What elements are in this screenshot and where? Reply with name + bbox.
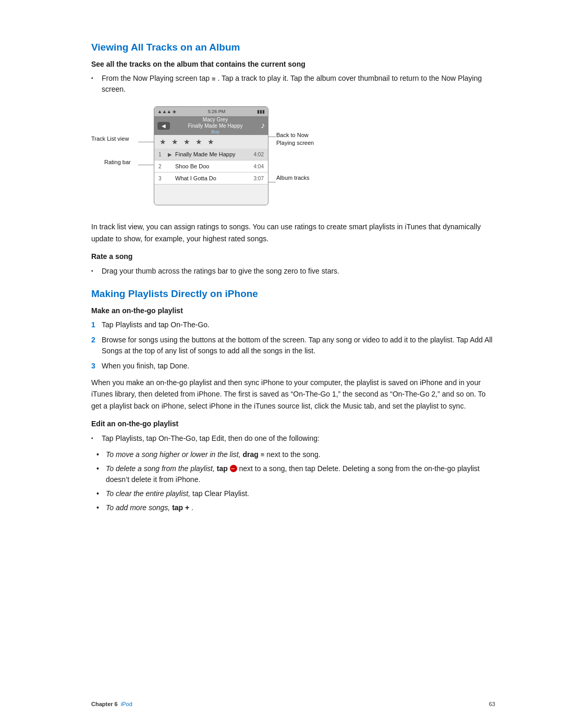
track-time-1: 4:02 (254, 152, 264, 157)
iphone-header: ◀ Macy Grey Finally Made Me Happy Buy ♪ (154, 116, 268, 135)
body-paragraph-2: When you make an on-the-go playlist and … (91, 377, 495, 412)
track-num-1: 1 (158, 152, 168, 157)
edit-nested-list: To move a song higher or lower in the li… (96, 449, 495, 514)
now-playing-icon: ♪ (261, 121, 265, 130)
track-name-2: Shoo Be Doo (175, 163, 254, 169)
edit-sub-1: To move a song higher or lower in the li… (96, 449, 495, 460)
add-songs-icon: + (185, 502, 189, 513)
step-3: 3 When you finish, tap Done. (91, 361, 495, 372)
edit-sub4-italic: To add more songs, (106, 503, 170, 512)
section1-subheading: See all the tracks on the album that con… (91, 58, 495, 70)
track-num-3: 3 (158, 176, 168, 181)
edit-sub3-italic: To clear the entire playlist, (106, 489, 190, 498)
chevron-left-icon: ◀ (162, 123, 166, 129)
edit-sub3-end: tap Clear Playlist. (192, 489, 249, 498)
make-heading: Make an on-the-go playlist (91, 305, 495, 316)
page-number: 63 (489, 701, 495, 707)
diagram-section: Track List view Rating bar ▲▲▲ ◈ 5:26 PM… (91, 106, 495, 211)
iphone-status-bar: ▲▲▲ ◈ 5:26 PM ▮▮▮ (154, 107, 268, 116)
step-num-2: 2 (91, 335, 95, 346)
callout-rating: Rating bar (104, 158, 131, 166)
step-1: 1 Tap Playlists and tap On-The-Go. (91, 319, 495, 330)
steps-list: 1 Tap Playlists and tap On-The-Go. 2 Bro… (91, 319, 495, 372)
edit-sub-3: To clear the entire playlist, tap Clear … (96, 488, 495, 499)
track-time-2: 4:04 (254, 164, 264, 169)
edit-sub2-italic: To delete a song from the playlist, (106, 464, 215, 473)
page-footer: Chapter 6 iPod 63 (0, 701, 563, 707)
edit-sub1-italic: To move a song higher or lower in the li… (106, 450, 241, 459)
chapter-text: Chapter 6 (91, 701, 118, 707)
step-num-3: 3 (91, 361, 95, 372)
signal-icon: ▲▲▲ ◈ (157, 109, 176, 114)
section1-title: Viewing All Tracks on an Album (91, 42, 495, 53)
track-num-2: 2 (158, 164, 168, 169)
rate-heading: Rate a song (91, 251, 495, 262)
rating-bar: ★ ★ ★ ★ ★ (154, 135, 268, 149)
edit-bullet-list: Tap Playlists, tap On-The-Go, tap Edit, … (91, 433, 495, 444)
callout-tracklist: Track List view (91, 135, 129, 142)
album-name: Finally Made Me Happy (188, 123, 242, 129)
body-paragraph-1: In track list view, you can assign ratin… (91, 221, 495, 244)
edit-sub2-bold: tap (217, 464, 228, 473)
battery-icon: ▮▮▮ (257, 109, 265, 114)
edit-bullet: Tap Playlists, tap On-The-Go, tap Edit, … (91, 433, 495, 444)
edit-heading: Edit an on-the-go playlist (91, 418, 495, 429)
iphone-screen-mockup: ▲▲▲ ◈ 5:26 PM ▮▮▮ ◀ Macy Grey Finally Ma… (154, 106, 268, 205)
edit-sub4-end: . (191, 503, 193, 512)
edit-sub1-end: next to the song. (266, 450, 321, 459)
callout-back: Back to NowPlaying screen (276, 131, 344, 146)
back-button: ◀ (157, 122, 170, 130)
chapter-label: Chapter 6 iPod (91, 701, 132, 707)
track-row-2: 2 Shoo Be Doo 4:04 (154, 161, 268, 172)
artist-name: Macy Grey (188, 117, 242, 123)
track-row-1: 1 ▶ Finally Made Me Happy 4:02 (154, 149, 268, 161)
callout-album: Album tracks (276, 174, 310, 181)
step-2: 2 Browse for songs using the buttons at … (91, 335, 495, 356)
play-icon-1: ▶ (168, 152, 175, 157)
track-list-icon (212, 74, 216, 84)
edit-sub1-bold: drag (243, 450, 259, 459)
rate-bullet: Drag your thumb across the ratings bar t… (91, 266, 495, 277)
track-name-3: What I Gotta Do (175, 175, 254, 181)
chapter-sub: iPod (121, 701, 132, 707)
step-num-1: 1 (91, 319, 95, 330)
reorder-icon: ≡ (261, 450, 265, 460)
edit-sub-2: To delete a song from the playlist, tap … (96, 463, 495, 485)
track-row-3: 3 What I Gotta Do 3:07 (154, 172, 268, 184)
album-sub: Buy (188, 129, 242, 135)
delete-song-icon (230, 465, 237, 472)
track-name-1: Finally Made Me Happy (175, 151, 254, 157)
status-time: 5:26 PM (208, 109, 226, 114)
album-title-area: Macy Grey Finally Made Me Happy Buy (188, 117, 242, 135)
track-time-3: 3:07 (254, 176, 264, 181)
section2-title: Making Playlists Directly on iPhone (91, 288, 495, 300)
edit-sub4-bold: tap (172, 503, 183, 512)
bullet-item-1: From the Now Playing screen tap . Tap a … (91, 73, 495, 95)
edit-sub-4: To add more songs, tap + . (96, 502, 495, 514)
